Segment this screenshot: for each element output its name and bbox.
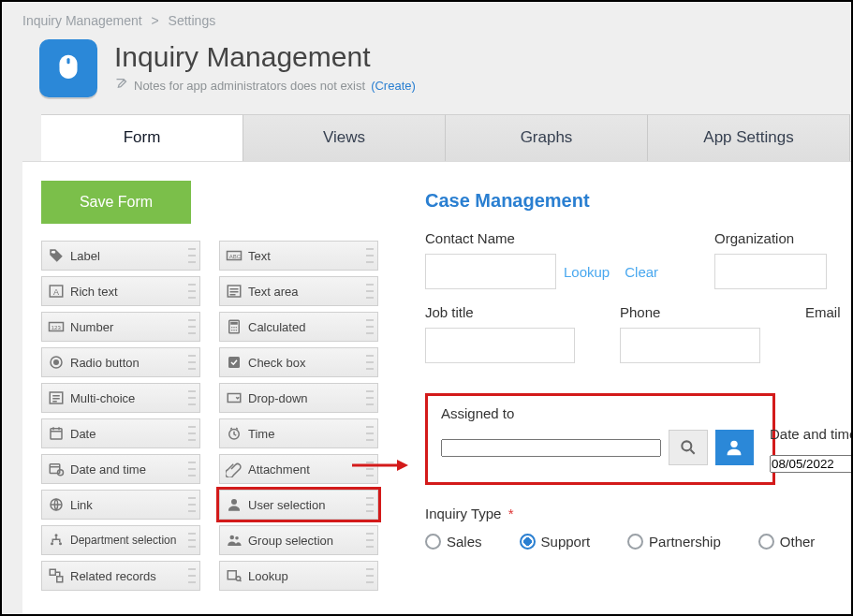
svg-marker-51 — [397, 460, 408, 471]
palette-item-richtext[interactable]: A Rich text — [41, 276, 200, 306]
clear-link[interactable]: Clear — [625, 264, 658, 280]
input-datetime[interactable] — [770, 455, 853, 473]
org-icon — [48, 532, 65, 549]
svg-rect-0 — [66, 58, 69, 64]
svg-point-21 — [53, 359, 59, 365]
palette-item-calculated[interactable]: Calculated — [219, 312, 378, 342]
palette-item-text[interactable]: ABC Text — [219, 241, 378, 271]
svg-rect-13 — [230, 322, 238, 325]
breadcrumb-item-1[interactable]: Inquiry Management — [22, 13, 142, 28]
palette-item-label-text: Rich text — [70, 285, 118, 299]
radio-label: Sales — [447, 534, 482, 550]
palette-item-lookup[interactable]: Lookup — [219, 561, 378, 591]
radio-other[interactable]: Other — [758, 534, 816, 550]
palette-item-radio[interactable]: Radio button — [41, 347, 200, 377]
create-notes-link[interactable]: (Create) — [371, 79, 416, 93]
svg-point-42 — [235, 536, 239, 540]
svg-point-18 — [233, 330, 235, 331]
search-button[interactable] — [669, 430, 707, 465]
palette-item-label-text: Number — [70, 320, 113, 334]
palette-item-dropdown[interactable]: Drop-down — [219, 383, 378, 413]
palette-item-label-text: Label — [70, 249, 100, 263]
palette-item-checkbox[interactable]: Check box — [219, 347, 378, 377]
paperclip-icon — [226, 461, 243, 477]
radio-partnership[interactable]: Partnership — [627, 534, 721, 550]
label-email: Email — [805, 304, 841, 320]
tab-views[interactable]: Views — [243, 114, 446, 161]
related-icon — [48, 567, 65, 584]
palette-item-label[interactable]: Label — [41, 241, 200, 271]
calendar-icon — [48, 425, 65, 442]
palette-item-label-text: Check box — [248, 356, 305, 370]
svg-point-37 — [231, 499, 237, 505]
lookup-link[interactable]: Lookup — [564, 264, 610, 280]
palette-item-time[interactable]: Time — [219, 418, 378, 448]
svg-point-40 — [59, 542, 62, 545]
palette-item-related-records[interactable]: Related records — [41, 561, 200, 591]
checkbox-icon — [226, 354, 243, 371]
globe-icon — [48, 496, 65, 513]
assigned-to-block: Assigned to — [425, 393, 775, 485]
tab-app-settings[interactable]: App Settings — [648, 114, 850, 161]
tab-graphs[interactable]: Graphs — [446, 114, 648, 161]
svg-point-38 — [55, 534, 58, 536]
palette-item-date[interactable]: Date — [41, 418, 200, 448]
svg-rect-30 — [52, 427, 54, 430]
user-picker-button[interactable] — [715, 430, 754, 465]
num-icon: 123 — [48, 318, 65, 335]
breadcrumb-item-2[interactable]: Settings — [169, 13, 216, 28]
palette-item-attachment[interactable]: Attachment — [219, 454, 378, 484]
palette-item-label-text: Radio button — [70, 356, 140, 370]
label-assigned-to: Assigned to — [441, 405, 514, 421]
svg-point-47 — [682, 441, 691, 450]
palette-item-multichoice[interactable]: Multi-choice — [41, 383, 200, 413]
label-inquiry-type: Inquiry Type * — [425, 506, 513, 521]
clock-icon — [226, 425, 243, 442]
input-assigned-to[interactable] — [441, 439, 661, 457]
svg-point-19 — [236, 330, 238, 331]
app-icon — [39, 39, 97, 97]
radio-support[interactable]: Support — [520, 534, 591, 550]
tab-form[interactable]: Form — [41, 114, 243, 161]
svg-point-17 — [231, 330, 233, 331]
input-organization[interactable] — [714, 254, 827, 289]
input-phone[interactable] — [620, 328, 760, 363]
palette-item-department[interactable]: Department selection — [41, 525, 200, 555]
svg-rect-44 — [57, 577, 63, 582]
dropdown-icon — [226, 389, 243, 406]
svg-point-16 — [236, 327, 238, 329]
palette-item-label-text: Date and time — [70, 462, 146, 477]
svg-rect-31 — [58, 427, 60, 430]
svg-text:ABC: ABC — [229, 254, 242, 259]
svg-rect-45 — [228, 571, 236, 579]
palette-item-datetime[interactable]: Date and time — [41, 454, 200, 484]
svg-rect-43 — [50, 569, 55, 575]
input-job-title[interactable] — [425, 328, 575, 363]
palette-item-textarea[interactable]: Text area — [219, 276, 378, 306]
calculator-icon — [226, 318, 243, 335]
tabs: Form Views Graphs App Settings — [41, 114, 851, 161]
notes-text: Notes for app administrators does not ex… — [134, 79, 365, 93]
palette-item-label-text: Calculated — [248, 320, 305, 334]
svg-point-15 — [233, 327, 235, 329]
field-palette: Label ABC Text A Rich text Text area — [41, 241, 397, 591]
palette-item-link[interactable]: Link — [41, 490, 200, 520]
svg-point-14 — [231, 327, 233, 329]
palette-item-label-text: Date — [70, 427, 96, 441]
radio-sales[interactable]: Sales — [425, 534, 482, 550]
input-contact-name[interactable] — [425, 254, 556, 289]
svg-point-41 — [230, 535, 235, 540]
svg-point-49 — [731, 441, 738, 447]
required-mark: * — [508, 506, 514, 521]
palette-item-group-selection[interactable]: Group selection — [219, 525, 378, 555]
palette-item-number[interactable]: 123 Number — [41, 312, 200, 342]
palette-item-user-selection[interactable]: User selection — [219, 490, 378, 520]
abc-icon: ABC — [226, 247, 243, 264]
page-title: Inquiry Management — [114, 41, 416, 73]
label-contact-name: Contact Name — [425, 230, 658, 246]
save-form-button[interactable]: Save Form — [41, 181, 191, 224]
person-icon — [226, 496, 243, 513]
radio-label: Support — [541, 534, 591, 550]
label-inquiry-type-text: Inquiry Type — [425, 506, 501, 521]
palette-item-label-text: User selection — [248, 498, 325, 512]
